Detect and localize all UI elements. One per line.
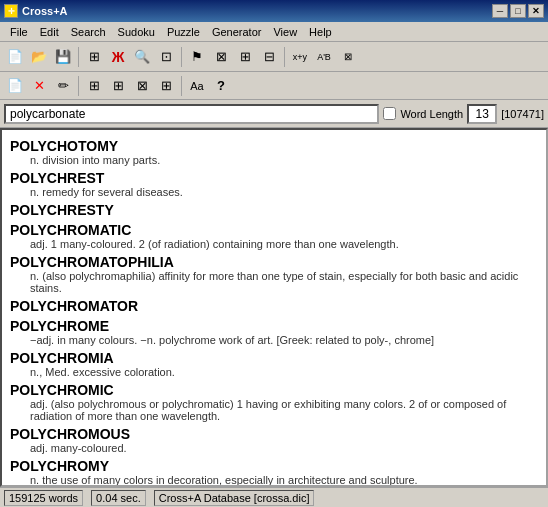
entry-word: POLYCHROMATOR xyxy=(10,298,538,314)
delete-icon[interactable]: ✕ xyxy=(28,75,50,97)
help-icon[interactable]: ? xyxy=(210,75,232,97)
entry-word: POLYCHROME xyxy=(10,318,538,334)
plus-grid-icon[interactable]: ⊞ xyxy=(234,46,256,68)
word-length-area: Word Length [107471] xyxy=(383,104,544,124)
entry-definition: adj. (also polychromous or polychromatic… xyxy=(30,398,538,422)
flag-icon[interactable]: ⚑ xyxy=(186,46,208,68)
ab-icon[interactable]: A'B xyxy=(313,46,335,68)
cross-icon[interactable]: ⊠ xyxy=(210,46,232,68)
word-length-input[interactable] xyxy=(467,104,497,124)
results-content[interactable]: POLYCHOTOMYn. division into many parts.P… xyxy=(0,128,548,487)
database-status: Cross+A Database [crossa.dic] xyxy=(154,490,315,506)
menu-file[interactable]: File xyxy=(4,24,34,40)
entry-word: POLYCHROMATOPHILIA xyxy=(10,254,538,270)
block-icon[interactable]: ⊡ xyxy=(155,46,177,68)
menu-edit[interactable]: Edit xyxy=(34,24,65,40)
grid3-icon[interactable]: ⊞ xyxy=(107,75,129,97)
grid-icon[interactable]: ⊞ xyxy=(83,46,105,68)
separator-1 xyxy=(78,47,79,67)
entry-definition: adj. 1 many-coloured. 2 (of radiation) c… xyxy=(30,238,538,250)
new-icon[interactable]: 📄 xyxy=(4,46,26,68)
word-length-checkbox[interactable] xyxy=(383,107,396,120)
export-icon[interactable]: ⊠ xyxy=(337,46,359,68)
grid2-icon[interactable]: ⊞ xyxy=(83,75,105,97)
separator-3 xyxy=(284,47,285,67)
database-text: Cross+A Database [crossa.dic] xyxy=(159,492,310,504)
menu-sudoku[interactable]: Sudoku xyxy=(112,24,161,40)
menu-view[interactable]: View xyxy=(267,24,303,40)
separator-2 xyxy=(181,47,182,67)
menu-search[interactable]: Search xyxy=(65,24,112,40)
title-bar-text: Cross+A xyxy=(22,5,68,17)
word-count-text: 159125 words xyxy=(9,492,78,504)
open-icon[interactable]: 📂 xyxy=(28,46,50,68)
entry-word: POLYCHROMY xyxy=(10,458,538,474)
entry-definition: −adj. in many colours. −n. polychrome wo… xyxy=(30,334,538,346)
entry-definition: adj. many-coloured. xyxy=(30,442,538,454)
new2-icon[interactable]: 📄 xyxy=(4,75,26,97)
minimize-button[interactable]: ─ xyxy=(492,4,508,18)
entry-word: POLYCHOTOMY xyxy=(10,138,538,154)
word-count-status: 159125 words xyxy=(4,490,83,506)
entry-definition: n. (also polychromaphilia) affinity for … xyxy=(30,270,538,294)
search-bar: Word Length [107471] xyxy=(0,100,548,128)
app-icon: ✛ xyxy=(4,4,18,18)
menu-generator[interactable]: Generator xyxy=(206,24,268,40)
menu-bar: File Edit Search Sudoku Puzzle Generator… xyxy=(0,22,548,42)
entry-word: POLYCHROMATIC xyxy=(10,222,538,238)
separator-5 xyxy=(181,76,182,96)
letter-icon[interactable]: Ж xyxy=(107,46,129,68)
total-count: [107471] xyxy=(501,108,544,120)
close-button[interactable]: ✕ xyxy=(528,4,544,18)
entry-definition: n., Med. excessive coloration. xyxy=(30,366,538,378)
save-icon[interactable]: 💾 xyxy=(52,46,74,68)
xy-icon[interactable]: x+y xyxy=(289,46,311,68)
entry-definition: n. the use of many colors in decoration,… xyxy=(30,474,538,486)
toolbar-secondary: 📄 ✕ ✏ ⊞ ⊞ ⊠ ⊞ Aa ? xyxy=(0,72,548,100)
entry-word: POLYCHROMOUS xyxy=(10,426,538,442)
time-text: 0.04 sec. xyxy=(96,492,141,504)
word-length-label: Word Length xyxy=(400,108,463,120)
entry-word: POLYCHROMIA xyxy=(10,350,538,366)
entry-word: POLYCHRESTY xyxy=(10,202,538,218)
grid4-icon[interactable]: ⊠ xyxy=(131,75,153,97)
grid5-icon[interactable]: ⊞ xyxy=(155,75,177,97)
maximize-button[interactable]: □ xyxy=(510,4,526,18)
entry-definition: n. remedy for several diseases. xyxy=(30,186,538,198)
toolbar-main: 📄 📂 💾 ⊞ Ж 🔍 ⊡ ⚑ ⊠ ⊞ ⊟ x+y A'B ⊠ xyxy=(0,42,548,72)
search-icon[interactable]: 🔍 xyxy=(131,46,153,68)
entry-word: POLYCHROMIC xyxy=(10,382,538,398)
search-input[interactable] xyxy=(4,104,379,124)
time-status: 0.04 sec. xyxy=(91,490,146,506)
entry-definition: n. division into many parts. xyxy=(30,154,538,166)
entry-word: POLYCHREST xyxy=(10,170,538,186)
separator-4 xyxy=(78,76,79,96)
menu-help[interactable]: Help xyxy=(303,24,338,40)
menu-puzzle[interactable]: Puzzle xyxy=(161,24,206,40)
minus-grid-icon[interactable]: ⊟ xyxy=(258,46,280,68)
status-bar: 159125 words 0.04 sec. Cross+A Database … xyxy=(0,487,548,507)
text-icon[interactable]: Aa xyxy=(186,75,208,97)
edit-icon[interactable]: ✏ xyxy=(52,75,74,97)
title-bar: ✛ Cross+A ─ □ ✕ xyxy=(0,0,548,22)
